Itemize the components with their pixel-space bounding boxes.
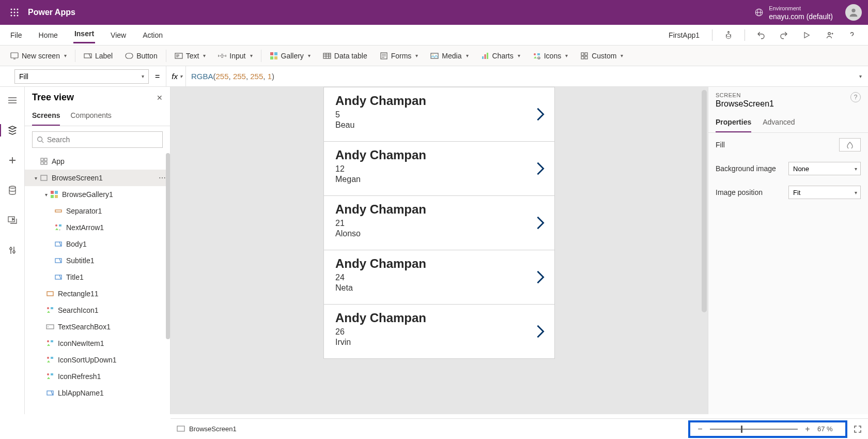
chevron-right-icon[interactable] <box>536 161 545 176</box>
formula-input[interactable]: RGBA(255, 255, 255, 1) ▾ <box>185 66 868 86</box>
chevron-right-icon[interactable] <box>536 270 545 284</box>
custom-menu[interactable]: Custom▾ <box>574 46 629 66</box>
gallery-item[interactable]: Andy Champan 26 Irvin <box>324 305 554 358</box>
close-icon[interactable]: ✕ <box>157 94 163 102</box>
tree-label: Title1 <box>66 273 84 281</box>
input-menu[interactable]: Input▾ <box>212 46 258 66</box>
input-icon <box>218 52 226 60</box>
svg-rect-22 <box>323 53 331 58</box>
tools-icon[interactable] <box>4 242 21 259</box>
svg-rect-66 <box>51 373 53 375</box>
share-icon[interactable] <box>823 28 836 42</box>
tree-node-app[interactable]: App <box>25 153 170 170</box>
hamburger-icon[interactable] <box>4 92 21 109</box>
icons-menu[interactable]: Icons▾ <box>526 46 574 66</box>
svg-point-13 <box>828 32 831 35</box>
gallery-item[interactable]: Andy Champan 21 Alonso <box>324 196 554 250</box>
tab-advanced[interactable]: Advanced <box>763 115 795 132</box>
tree-node-lblappname[interactable]: LblAppName1 <box>25 385 170 401</box>
chevron-right-icon[interactable] <box>536 324 545 339</box>
gallery-menu[interactable]: Gallery▾ <box>264 46 317 66</box>
properties-object-name: BrowseScreen1 <box>716 99 774 109</box>
fit-screen-icon[interactable] <box>854 425 862 433</box>
bg-image-label: Background image <box>716 164 783 173</box>
img-pos-dropdown[interactable]: Fit ▾ <box>788 186 861 199</box>
img-pos-value: Fit <box>793 189 800 196</box>
redo-icon[interactable] <box>777 28 791 42</box>
design-canvas[interactable]: Andy Champan 5 Beau Andy Champan 12 Mega… <box>323 87 555 359</box>
tab-components[interactable]: Components <box>70 108 111 126</box>
tree-node-iconsort[interactable]: IconSortUpDown1 <box>25 352 170 368</box>
separator <box>166 50 166 62</box>
gallery-item[interactable]: Andy Champan 24 Neta <box>324 250 554 305</box>
zoom-slider[interactable] <box>710 429 798 430</box>
chevron-down-icon: ▾ <box>142 73 144 79</box>
fill-color-picker[interactable] <box>839 138 861 152</box>
environment-selector[interactable]: Environment enayu.com (default) <box>754 4 833 21</box>
tree-node-nextarrow[interactable]: + NextArrow1 <box>25 219 170 236</box>
charts-menu[interactable]: Charts▾ <box>475 46 526 66</box>
tree-node-body[interactable]: Body1 <box>25 236 170 252</box>
tree-node-separator[interactable]: Separator1 <box>25 203 170 219</box>
expand-formula-icon[interactable]: ▾ <box>859 73 862 79</box>
more-icon[interactable]: ⋯ <box>159 174 166 182</box>
play-icon[interactable] <box>800 28 813 42</box>
tree-node-browsescreen[interactable]: ▾ BrowseScreen1 ⋯ <box>25 170 170 186</box>
svg-point-6 <box>11 15 12 17</box>
data-icon[interactable] <box>4 182 21 199</box>
media-menu[interactable]: Media▾ <box>424 46 474 66</box>
media-rail-icon[interactable] <box>4 212 21 229</box>
tree-node-searchicon[interactable]: SearchIcon1 <box>25 302 170 319</box>
avatar[interactable] <box>845 4 862 21</box>
insert-icon[interactable] <box>4 152 21 169</box>
data-table-button[interactable]: Data table <box>317 46 374 66</box>
new-screen-button[interactable]: New screen▾ <box>4 46 73 66</box>
tree-node-iconrefresh[interactable]: IconRefresh1 <box>25 368 170 385</box>
tab-screens[interactable]: Screens <box>32 108 60 126</box>
tree-node-browsegallery[interactable]: ▾ BrowseGallery1 <box>25 186 170 203</box>
gallery-item[interactable]: Andy Champan 12 Megan <box>324 142 554 196</box>
zoom-out-button[interactable]: − <box>695 425 705 434</box>
svg-point-61 <box>47 340 49 342</box>
gallery-item[interactable]: Andy Champan 5 Beau <box>324 87 554 142</box>
tree-label: Separator1 <box>66 207 102 215</box>
undo-icon[interactable] <box>754 28 768 42</box>
chevron-right-icon[interactable] <box>536 107 545 122</box>
tree-node-iconnewitem[interactable]: IconNewItem1 <box>25 335 170 352</box>
help-icon[interactable] <box>845 28 859 42</box>
property-selector[interactable]: Fill ▾ <box>14 69 149 84</box>
tab-properties[interactable]: Properties <box>716 115 751 132</box>
caret-icon[interactable]: ▾ <box>42 192 50 198</box>
waffle-icon[interactable] <box>6 4 23 21</box>
tree-node-rectangle[interactable]: Rectangle11 <box>25 285 170 302</box>
caret-icon[interactable]: ▾ <box>32 175 39 181</box>
zoom-in-button[interactable]: + <box>803 425 812 434</box>
tree-node-subtitle[interactable]: Subtitle1 <box>25 252 170 269</box>
svg-rect-21 <box>274 56 277 59</box>
forms-menu[interactable]: Forms▾ <box>374 46 425 66</box>
canvas-scrollbar[interactable] <box>702 90 707 312</box>
label-button[interactable]: Label <box>78 46 119 66</box>
search-input[interactable] <box>47 135 158 144</box>
svg-rect-68 <box>177 426 184 431</box>
svg-rect-16 <box>126 53 133 58</box>
menu-insert[interactable]: Insert <box>73 27 95 43</box>
menu-action[interactable]: Action <box>142 29 164 41</box>
tree-label: Body1 <box>66 240 87 248</box>
menu-file[interactable]: File <box>9 29 23 41</box>
tree-node-textsearchbox[interactable]: TextSearchBox1 <box>25 319 170 335</box>
properties-help-icon[interactable]: ? <box>850 92 861 102</box>
app-checker-icon[interactable] <box>722 28 735 42</box>
menu-view[interactable]: View <box>110 29 127 41</box>
text-menu[interactable]: Text▾ <box>168 46 212 66</box>
icon-node-icon <box>45 355 55 365</box>
scroll-track <box>166 153 170 339</box>
tree-view-icon[interactable] <box>4 122 21 139</box>
button-button[interactable]: Button <box>119 46 163 66</box>
tree-search[interactable] <box>32 131 163 148</box>
chevron-right-icon[interactable] <box>536 216 545 230</box>
tree-node-title[interactable]: Title1 <box>25 269 170 285</box>
menu-home[interactable]: Home <box>38 29 59 41</box>
fx-button[interactable]: fx▾ <box>166 66 185 86</box>
bg-image-dropdown[interactable]: None ▾ <box>788 162 861 175</box>
